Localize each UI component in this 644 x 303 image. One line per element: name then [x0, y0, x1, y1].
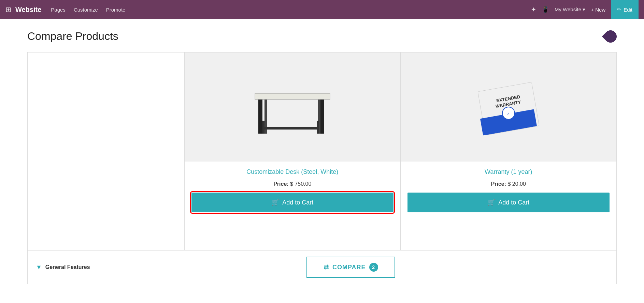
warranty-image: EXTENDED WARRANTY ✓: [464, 63, 553, 151]
product-price-2: Price: $ 20.00: [484, 179, 533, 193]
compare-icon: ⇄: [324, 263, 329, 271]
nav-promote[interactable]: Promote: [106, 7, 126, 13]
desk-image: [248, 73, 337, 141]
general-features-label: General Features: [45, 264, 90, 270]
product-image-area-2: EXTENDED WARRANTY ✓: [401, 52, 617, 162]
drop-icon: [602, 28, 619, 45]
brand-name[interactable]: Website: [15, 6, 41, 14]
product-name-2[interactable]: Warranty (1 year): [478, 162, 539, 179]
svg-rect-1: [258, 100, 262, 134]
compare-table: Customizable Desk (Steel, White) Price: …: [27, 52, 617, 251]
compare-badge: 2: [369, 263, 378, 272]
price-value-1: $ 750.00: [290, 181, 311, 187]
page-title-row: Compare Products: [27, 30, 617, 43]
product-col-1: Customizable Desk (Steel, White) Price: …: [185, 52, 401, 250]
product-name-1[interactable]: Customizable Desk (Steel, White): [240, 162, 345, 179]
grid-icon[interactable]: ⊞: [5, 5, 11, 14]
price-label-2: Price:: [491, 181, 506, 187]
star-icon[interactable]: ✦: [531, 6, 536, 13]
cart-icon-1: 🛒: [271, 199, 279, 206]
compare-button[interactable]: ⇄ COMPARE 2: [306, 257, 395, 278]
cart-icon-2: 🛒: [487, 199, 495, 206]
add-to-cart-label-1: Add to Cart: [282, 199, 313, 206]
compare-empty-col: [28, 52, 185, 250]
top-navigation: ⊞ Website Pages Customize Promote ✦ 📱 My…: [0, 0, 644, 19]
edit-button[interactable]: ✏ Edit: [611, 0, 639, 19]
page-title-text: Compare Products: [27, 30, 118, 43]
svg-rect-0: [255, 93, 330, 100]
compare-button-area: ⇄ COMPARE 2: [94, 257, 608, 278]
main-content: Compare Products: [0, 19, 644, 303]
price-value-2: $ 20.00: [508, 181, 526, 187]
product-price-1: Price: $ 750.00: [267, 179, 318, 193]
my-website-dropdown[interactable]: My Website ▾: [555, 6, 585, 13]
nav-pages[interactable]: Pages: [51, 7, 66, 13]
chevron-down-icon[interactable]: ▼: [36, 264, 42, 271]
compare-button-label: COMPARE: [332, 264, 366, 271]
svg-rect-7: [262, 127, 319, 130]
add-to-cart-label-2: Add to Cart: [498, 199, 529, 206]
price-label-1: Price:: [273, 181, 288, 187]
nav-customize[interactable]: Customize: [74, 7, 98, 13]
add-to-cart-button-2[interactable]: 🛒 Add to Cart: [407, 193, 610, 212]
edit-label: Edit: [624, 7, 632, 13]
pencil-icon: ✏: [617, 6, 621, 13]
product-image-area-1: [185, 52, 400, 162]
nav-right-actions: ✦ 📱 My Website ▾ + New ✏ Edit: [531, 0, 639, 19]
general-features-row: ▼ General Features ⇄ COMPARE 2: [27, 251, 617, 284]
new-button[interactable]: + New: [591, 7, 605, 13]
mobile-icon[interactable]: 📱: [542, 6, 549, 13]
product-col-2: EXTENDED WARRANTY ✓ Warranty (1 year) Pr…: [401, 52, 617, 250]
add-to-cart-button-1[interactable]: 🛒 Add to Cart: [191, 193, 393, 212]
